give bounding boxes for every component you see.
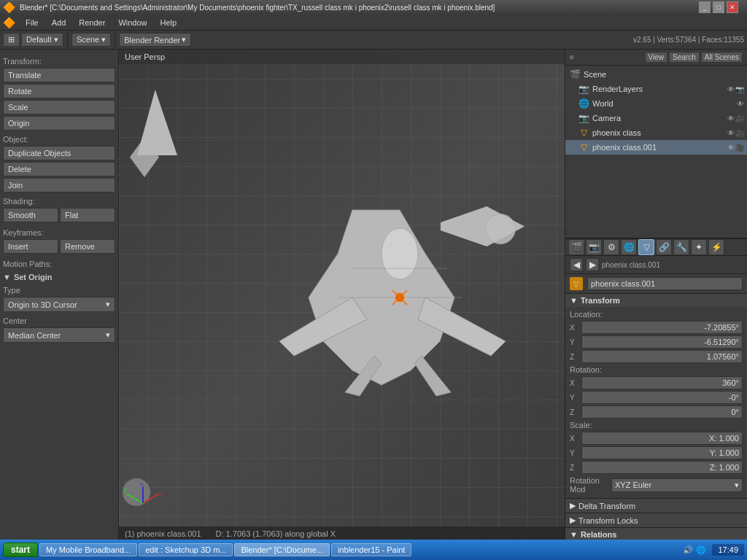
props-toolbar: 🎬 📷 ⚙ 🌐 ▽ 🔗 🔧 ✦ ⚡ bbox=[565, 239, 747, 256]
outliner-phoenix-001[interactable]: ▽ phoenix class.001 👁 🎥 bbox=[565, 140, 747, 155]
outliner-view-btn[interactable]: View bbox=[645, 52, 668, 63]
props-object-icon[interactable]: ▽ bbox=[638, 239, 654, 255]
props-modifiers-icon[interactable]: 🔧 bbox=[673, 239, 689, 255]
rotation-x-field[interactable]: 360° bbox=[581, 376, 743, 389]
ph001-render-icon[interactable]: 🎥 bbox=[735, 144, 744, 152]
start-button[interactable]: start bbox=[3, 542, 38, 557]
ph-eye-icon[interactable]: 👁 bbox=[727, 129, 735, 137]
ph-render-icon[interactable]: 🎥 bbox=[735, 129, 744, 137]
rotation-z-field[interactable]: 0° bbox=[581, 405, 743, 419]
camera-label: Camera bbox=[592, 114, 621, 122]
origin-type-dropdown[interactable]: Origin to 3D Cursor ▾ bbox=[3, 297, 115, 312]
rotate-button[interactable]: Rotate bbox=[3, 84, 115, 98]
props-renderlayer-icon[interactable]: 📷 bbox=[586, 239, 602, 255]
scene-label: Scene bbox=[584, 70, 606, 79]
outliner-camera[interactable]: 📷 Camera 👁 🎥 bbox=[565, 111, 747, 125]
rotmod-dropdown[interactable]: XYZ Euler ▾ bbox=[611, 478, 743, 492]
view-mode-btn[interactable]: ⊞ ⊞ bbox=[3, 33, 20, 47]
transform-section-header[interactable]: ▼ Transform bbox=[565, 294, 747, 307]
menu-render[interactable]: Render bbox=[73, 17, 111, 28]
svg-marker-6 bbox=[414, 356, 451, 396]
location-x-field[interactable]: -7.20855° bbox=[581, 321, 743, 334]
scale-y-field[interactable]: Y: 1.000 bbox=[581, 446, 743, 459]
props-scene-settings-icon[interactable]: ⚙ bbox=[603, 239, 619, 255]
world-label: World bbox=[592, 99, 614, 108]
menu-window[interactable]: Window bbox=[112, 17, 152, 28]
menu-bar: 🔶 File Add Render Window Help bbox=[0, 15, 747, 31]
scale-z-row: Z Z: 1.000 bbox=[570, 461, 743, 474]
taskbar-item-1[interactable]: edit : Sketchup 3D m... bbox=[139, 543, 233, 556]
delete-button[interactable]: Delete bbox=[3, 162, 115, 176]
insert-button[interactable]: Insert bbox=[3, 239, 58, 254]
location-y-row: Y -6.51290° bbox=[570, 335, 743, 349]
ph001-eye-icon[interactable]: 👁 bbox=[727, 144, 735, 152]
rotation-row: Rotation: bbox=[570, 365, 743, 374]
screen-layout-btn[interactable]: Default ▾ bbox=[21, 33, 63, 47]
object-label: Object: bbox=[3, 135, 115, 144]
translate-button[interactable]: Translate bbox=[3, 68, 115, 82]
duplicate-button[interactable]: Duplicate Objects bbox=[3, 146, 115, 160]
outliner-phoenix[interactable]: ▽ phoenix class 👁 🎥 bbox=[565, 125, 747, 140]
viewport[interactable]: User Persp bbox=[119, 50, 565, 541]
obj-header: ▽ bbox=[565, 274, 747, 294]
smooth-button[interactable]: Smooth bbox=[3, 208, 58, 222]
outliner-renderlayers[interactable]: 📷 RenderLayers 👁 📷 bbox=[565, 82, 747, 96]
camera-icon[interactable]: 📷 bbox=[735, 85, 744, 93]
location-label: Location: bbox=[570, 310, 614, 319]
menu-add[interactable]: Add bbox=[46, 17, 72, 28]
location-z-field[interactable]: 1.07560° bbox=[581, 350, 743, 363]
renderer-btn[interactable]: Blender Render ▾ bbox=[119, 33, 191, 47]
origin-button[interactable]: Origin bbox=[3, 116, 115, 131]
right-panel: ≡ View Search All Scenes 🎬 Scene 📷 Rende bbox=[565, 50, 747, 541]
scale-x-row: X X: 1.000 bbox=[570, 432, 743, 445]
props-scene-icon[interactable]: 🎬 bbox=[568, 239, 584, 255]
outliner-world[interactable]: 🌐 World 👁 bbox=[565, 96, 747, 111]
scene-btn[interactable]: Scene ▾ bbox=[71, 33, 111, 47]
remove-button[interactable]: Remove bbox=[60, 239, 115, 254]
breadcrumb-nav-back[interactable]: ◀ bbox=[570, 258, 583, 271]
location-y-field[interactable]: -6.51290° bbox=[581, 335, 743, 349]
breadcrumb-nav-fwd[interactable]: ▶ bbox=[586, 258, 599, 271]
scale-label: Scale: bbox=[570, 421, 614, 429]
taskbar-item-3[interactable]: inblender15 - Paint bbox=[331, 543, 411, 556]
location-row: Location: bbox=[570, 310, 743, 319]
outliner-search-btn[interactable]: Search bbox=[669, 52, 700, 63]
props-constraints-icon[interactable]: 🔗 bbox=[656, 239, 672, 255]
center-dropdown[interactable]: Median Center ▾ bbox=[3, 327, 115, 343]
delta-transform-header[interactable]: ▶ Delta Transform bbox=[565, 499, 747, 513]
location-z-row: Z 1.07560° bbox=[570, 350, 743, 363]
scale-button[interactable]: Scale bbox=[3, 100, 115, 114]
taskbar-item-0[interactable]: My Mobile Broadband... bbox=[39, 543, 137, 556]
obj-name-field[interactable] bbox=[587, 277, 743, 290]
shape-circle-right bbox=[485, 214, 516, 244]
mesh-icon: ▽ bbox=[577, 126, 590, 139]
menu-help[interactable]: Help bbox=[155, 17, 183, 28]
join-button[interactable]: Join bbox=[3, 178, 115, 192]
taskbar-item-2[interactable]: Blender* [C:\Docume... bbox=[234, 543, 330, 556]
world-eye-icon[interactable]: 👁 bbox=[737, 100, 744, 108]
viewport-canvas[interactable]: X Y Z bbox=[119, 50, 565, 541]
cam-eye-icon[interactable]: 👁 bbox=[727, 114, 735, 122]
center-label: Center bbox=[3, 316, 115, 325]
transform-locks-header[interactable]: ▶ Transform Locks bbox=[565, 513, 747, 528]
eye-icon[interactable]: 👁 bbox=[727, 85, 735, 93]
cam-render-icon[interactable]: 🎥 bbox=[735, 114, 744, 122]
scale-z-field[interactable]: Z: 1.000 bbox=[581, 461, 743, 474]
outliner-all-scenes-btn[interactable]: All Scenes bbox=[701, 52, 743, 63]
svg-text:X: X bbox=[160, 491, 163, 498]
scale-x-field[interactable]: X: 1.000 bbox=[581, 432, 743, 445]
set-origin-header[interactable]: ▼ Set Origin bbox=[3, 273, 115, 281]
close-button[interactable]: ✕ bbox=[727, 1, 738, 13]
minimize-button[interactable]: _ bbox=[699, 1, 711, 13]
transform-status: D: 1.7063 (1.7063) along global X bbox=[216, 529, 336, 538]
props-particles-icon[interactable]: ✦ bbox=[691, 239, 707, 255]
menu-file[interactable]: File bbox=[20, 17, 44, 28]
rotation-y-field[interactable]: -0° bbox=[581, 391, 743, 404]
props-physics-icon[interactable]: ⚡ bbox=[708, 239, 724, 255]
phoenix-label: phoenix class bbox=[592, 128, 641, 137]
phoenix-001-label: phoenix class.001 bbox=[592, 143, 657, 152]
flat-button[interactable]: Flat bbox=[60, 208, 115, 222]
props-world-icon[interactable]: 🌐 bbox=[621, 239, 637, 255]
maximize-button[interactable]: □ bbox=[713, 1, 724, 13]
outliner-scene[interactable]: 🎬 Scene bbox=[565, 67, 747, 82]
